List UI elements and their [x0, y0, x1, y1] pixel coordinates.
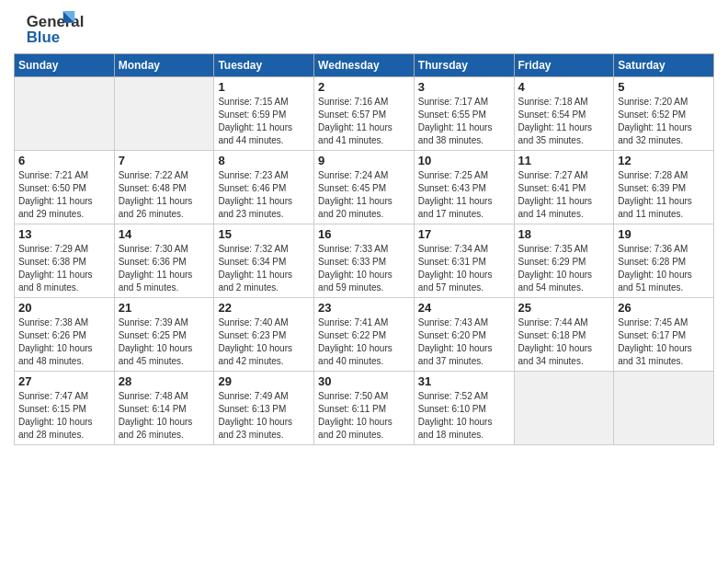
day-info: Sunrise: 7:17 AMSunset: 6:55 PMDaylight:… [418, 96, 510, 147]
weekday-header: Monday [114, 54, 214, 77]
day-number: 13 [18, 227, 110, 241]
calendar-cell [114, 77, 214, 151]
calendar-week-row: 13Sunrise: 7:29 AMSunset: 6:38 PMDayligh… [15, 224, 714, 298]
page-header: General Blue [14, 9, 714, 46]
day-number: 15 [218, 227, 310, 241]
calendar-cell: 4Sunrise: 7:18 AMSunset: 6:54 PMDaylight… [514, 77, 614, 151]
day-number: 9 [318, 154, 410, 167]
calendar-cell [514, 372, 614, 445]
day-info: Sunrise: 7:43 AMSunset: 6:20 PMDaylight:… [418, 316, 510, 368]
calendar-cell [15, 77, 115, 151]
calendar-cell: 25Sunrise: 7:44 AMSunset: 6:18 PMDayligh… [514, 298, 614, 372]
calendar-cell: 12Sunrise: 7:28 AMSunset: 6:39 PMDayligh… [614, 151, 714, 224]
day-number: 5 [618, 80, 710, 94]
weekday-header: Sunday [15, 54, 115, 77]
calendar-cell: 19Sunrise: 7:36 AMSunset: 6:28 PMDayligh… [614, 224, 714, 298]
day-number: 17 [418, 227, 510, 241]
calendar-cell: 2Sunrise: 7:16 AMSunset: 6:57 PMDaylight… [314, 77, 415, 151]
day-info: Sunrise: 7:35 AMSunset: 6:29 PMDaylight:… [518, 243, 610, 294]
calendar-cell: 11Sunrise: 7:27 AMSunset: 6:41 PMDayligh… [514, 151, 614, 224]
day-info: Sunrise: 7:32 AMSunset: 6:34 PMDaylight:… [218, 243, 310, 294]
day-number: 8 [218, 154, 310, 167]
day-number: 31 [418, 374, 510, 388]
day-number: 11 [518, 154, 610, 167]
day-number: 24 [418, 301, 510, 315]
day-info: Sunrise: 7:47 AMSunset: 6:15 PMDaylight:… [18, 390, 110, 442]
calendar-cell: 18Sunrise: 7:35 AMSunset: 6:29 PMDayligh… [514, 224, 614, 298]
day-info: Sunrise: 7:50 AMSunset: 6:11 PMDaylight:… [318, 390, 410, 442]
day-info: Sunrise: 7:27 AMSunset: 6:41 PMDaylight:… [518, 169, 610, 221]
day-number: 6 [18, 154, 110, 167]
day-number: 10 [418, 154, 510, 167]
day-info: Sunrise: 7:23 AMSunset: 6:46 PMDaylight:… [218, 169, 310, 221]
day-info: Sunrise: 7:34 AMSunset: 6:31 PMDaylight:… [418, 243, 510, 294]
day-number: 14 [119, 227, 210, 241]
calendar-cell: 8Sunrise: 7:23 AMSunset: 6:46 PMDaylight… [214, 151, 314, 224]
calendar-week-row: 20Sunrise: 7:38 AMSunset: 6:26 PMDayligh… [15, 298, 714, 372]
day-number: 2 [318, 80, 410, 94]
weekday-header-row: SundayMondayTuesdayWednesdayThursdayFrid… [15, 54, 714, 77]
calendar-cell: 17Sunrise: 7:34 AMSunset: 6:31 PMDayligh… [414, 224, 514, 298]
weekday-header: Saturday [614, 54, 714, 77]
calendar-cell: 23Sunrise: 7:41 AMSunset: 6:22 PMDayligh… [314, 298, 415, 372]
day-info: Sunrise: 7:20 AMSunset: 6:52 PMDaylight:… [618, 96, 710, 147]
calendar-week-row: 27Sunrise: 7:47 AMSunset: 6:15 PMDayligh… [15, 372, 714, 445]
svg-text:Blue: Blue [27, 29, 60, 46]
calendar-cell: 14Sunrise: 7:30 AMSunset: 6:36 PMDayligh… [114, 224, 214, 298]
calendar-week-row: 6Sunrise: 7:21 AMSunset: 6:50 PMDaylight… [15, 151, 714, 224]
day-number: 20 [18, 301, 110, 315]
day-number: 28 [119, 374, 210, 388]
day-number: 18 [518, 227, 610, 241]
calendar-cell: 29Sunrise: 7:49 AMSunset: 6:13 PMDayligh… [214, 372, 314, 445]
day-number: 3 [418, 80, 510, 94]
day-info: Sunrise: 7:41 AMSunset: 6:22 PMDaylight:… [318, 316, 410, 368]
day-number: 29 [218, 374, 310, 388]
day-info: Sunrise: 7:40 AMSunset: 6:23 PMDaylight:… [218, 316, 310, 368]
day-info: Sunrise: 7:29 AMSunset: 6:38 PMDaylight:… [18, 243, 110, 294]
day-info: Sunrise: 7:16 AMSunset: 6:57 PMDaylight:… [318, 96, 410, 147]
day-number: 22 [218, 301, 310, 315]
day-info: Sunrise: 7:24 AMSunset: 6:45 PMDaylight:… [318, 169, 410, 221]
day-number: 4 [518, 80, 610, 94]
day-info: Sunrise: 7:52 AMSunset: 6:10 PMDaylight:… [418, 390, 510, 442]
calendar-cell: 10Sunrise: 7:25 AMSunset: 6:43 PMDayligh… [414, 151, 514, 224]
day-info: Sunrise: 7:18 AMSunset: 6:54 PMDaylight:… [518, 96, 610, 147]
calendar-cell: 30Sunrise: 7:50 AMSunset: 6:11 PMDayligh… [314, 372, 415, 445]
calendar-cell: 9Sunrise: 7:24 AMSunset: 6:45 PMDaylight… [314, 151, 415, 224]
day-number: 16 [318, 227, 410, 241]
logo: General Blue [14, 9, 87, 46]
day-info: Sunrise: 7:39 AMSunset: 6:25 PMDaylight:… [119, 316, 210, 368]
calendar-cell: 16Sunrise: 7:33 AMSunset: 6:33 PMDayligh… [314, 224, 415, 298]
day-info: Sunrise: 7:21 AMSunset: 6:50 PMDaylight:… [18, 169, 110, 221]
day-info: Sunrise: 7:30 AMSunset: 6:36 PMDaylight:… [119, 243, 210, 294]
day-number: 12 [618, 154, 710, 167]
day-info: Sunrise: 7:44 AMSunset: 6:18 PMDaylight:… [518, 316, 610, 368]
calendar-cell: 22Sunrise: 7:40 AMSunset: 6:23 PMDayligh… [214, 298, 314, 372]
calendar-cell: 7Sunrise: 7:22 AMSunset: 6:48 PMDaylight… [114, 151, 214, 224]
day-info: Sunrise: 7:28 AMSunset: 6:39 PMDaylight:… [618, 169, 710, 221]
day-info: Sunrise: 7:33 AMSunset: 6:33 PMDaylight:… [318, 243, 410, 294]
calendar-cell: 6Sunrise: 7:21 AMSunset: 6:50 PMDaylight… [15, 151, 115, 224]
day-number: 26 [618, 301, 710, 315]
day-number: 19 [618, 227, 710, 241]
calendar-cell: 15Sunrise: 7:32 AMSunset: 6:34 PMDayligh… [214, 224, 314, 298]
day-info: Sunrise: 7:38 AMSunset: 6:26 PMDaylight:… [18, 316, 110, 368]
day-info: Sunrise: 7:25 AMSunset: 6:43 PMDaylight:… [418, 169, 510, 221]
day-info: Sunrise: 7:22 AMSunset: 6:48 PMDaylight:… [119, 169, 210, 221]
calendar-cell: 3Sunrise: 7:17 AMSunset: 6:55 PMDaylight… [414, 77, 514, 151]
day-info: Sunrise: 7:15 AMSunset: 6:59 PMDaylight:… [218, 96, 310, 147]
logo-icon: General Blue [14, 9, 87, 46]
calendar-cell: 21Sunrise: 7:39 AMSunset: 6:25 PMDayligh… [114, 298, 214, 372]
calendar-cell [614, 372, 714, 445]
day-info: Sunrise: 7:45 AMSunset: 6:17 PMDaylight:… [618, 316, 710, 368]
day-number: 7 [119, 154, 210, 167]
calendar-cell: 1Sunrise: 7:15 AMSunset: 6:59 PMDaylight… [214, 77, 314, 151]
day-number: 30 [318, 374, 410, 388]
calendar-cell: 27Sunrise: 7:47 AMSunset: 6:15 PMDayligh… [15, 372, 115, 445]
calendar-cell: 28Sunrise: 7:48 AMSunset: 6:14 PMDayligh… [114, 372, 214, 445]
day-info: Sunrise: 7:36 AMSunset: 6:28 PMDaylight:… [618, 243, 710, 294]
calendar-week-row: 1Sunrise: 7:15 AMSunset: 6:59 PMDaylight… [15, 77, 714, 151]
weekday-header: Friday [514, 54, 614, 77]
weekday-header: Wednesday [314, 54, 415, 77]
weekday-header: Tuesday [214, 54, 314, 77]
